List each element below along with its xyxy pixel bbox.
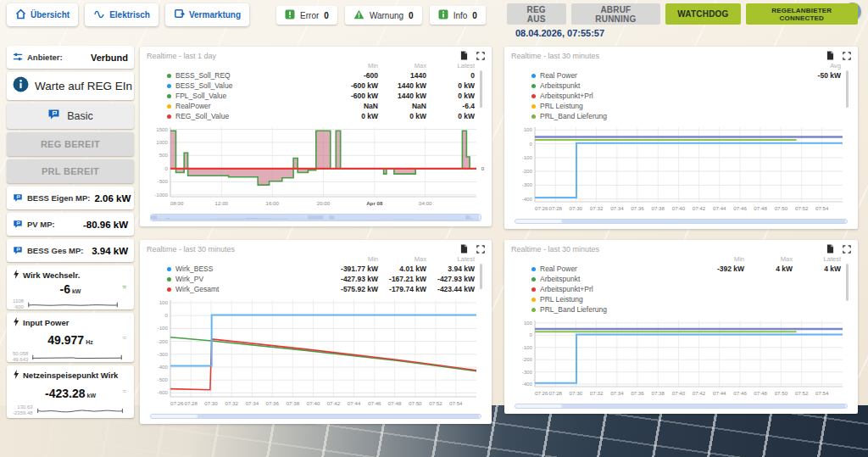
trend-icon: ≈ (123, 334, 126, 342)
legend-row[interactable]: REG_Soll_Value0 kW0 kW0 kW (167, 111, 475, 121)
export-icon[interactable] (826, 244, 834, 254)
svg-text:07:26: 07:26 (535, 205, 548, 211)
svg-text:07:30: 07:30 (570, 390, 583, 396)
svg-text:07:30: 07:30 (570, 205, 583, 211)
error-button[interactable]: Error 0 (276, 6, 337, 25)
chart-legend: Avg Real Power-50 kW Arbeitspunkt Arbeit… (511, 60, 851, 122)
time-range-slider[interactable] (150, 414, 481, 419)
svg-text:-500: -500 (158, 376, 169, 382)
line-chart[interactable]: 07:2607:2807:3007:3207:3407:3607:3807:40… (511, 316, 851, 398)
range-max: 130.63 (17, 404, 32, 410)
line-chart[interactable]: 07:2607:2807:3007:3207:3407:3607:3807:40… (147, 296, 485, 408)
series-dot (167, 104, 171, 109)
legend-row[interactable]: Wirk_Gesamt-575.92 kW-179.74 kW-423.44 k… (167, 284, 475, 294)
warnung-button[interactable]: Warnung 0 (345, 6, 422, 25)
svg-text:0: 0 (530, 332, 533, 337)
legend-scrollbar[interactable] (846, 70, 849, 108)
legend-row[interactable]: Arbeitspunkt (531, 274, 841, 284)
svg-text:07:44: 07:44 (713, 390, 726, 396)
svg-text:07:30: 07:30 (204, 400, 218, 406)
alarm-group: Error 0 Warnung 0 Info 0 (276, 6, 493, 25)
legend-row[interactable]: Real Power-392 kW4 kW4 kW (531, 264, 841, 274)
svg-text:07:42: 07:42 (693, 205, 706, 211)
time-range-slider[interactable] (150, 214, 481, 221)
watchdog-button[interactable]: WATCHDOG (665, 3, 740, 25)
chat-flag-icon (13, 191, 23, 206)
nav-uebersicht-button[interactable]: Übersicht (7, 3, 78, 26)
reg-aus-button[interactable]: REG AUS (507, 3, 566, 25)
prl-bereit-button[interactable]: PRL BEREIT (7, 159, 134, 183)
legend-row[interactable]: Arbeitspunkt+Prl (531, 284, 841, 294)
wirk-wechselr-gauge: Wirk Wechselr. -6kW ≈ 1108-600 (7, 265, 134, 309)
svg-text:07:28: 07:28 (549, 390, 563, 396)
svg-text:07:38: 07:38 (287, 400, 300, 406)
tune-icon[interactable] (13, 50, 23, 65)
status-column: REG AUS ABRUF RUNNING WATCHDOG REGELANBI… (507, 3, 863, 38)
svg-text:0: 0 (165, 312, 169, 318)
chart-title: Realtime - last 30 minutes (147, 245, 235, 254)
svg-text:1000: 1000 (156, 139, 168, 145)
svg-text:07:28: 07:28 (184, 400, 198, 406)
export-icon[interactable] (460, 244, 468, 254)
metric-value: -80.96 kW (83, 220, 128, 230)
abruf-running-button[interactable]: ABRUF RUNNING (571, 3, 661, 25)
time-range-slider[interactable] (515, 219, 848, 224)
nav-label: Elektrisch (109, 10, 150, 20)
fullscreen-icon[interactable] (843, 52, 851, 60)
regelanbieter-connected-button[interactable]: REGELANBIETER CONNECTED (746, 3, 858, 25)
legend-scrollbar[interactable] (480, 264, 482, 289)
info-button[interactable]: Info 0 (430, 6, 486, 25)
legend-row[interactable]: Wirk_PV-427.93 kW-167.21 kW-427.93 kW (167, 274, 475, 284)
alarm-label: Error (300, 11, 319, 20)
range-max: 1108 (13, 298, 24, 304)
legend-row[interactable]: Wirk_BESS-391.77 kW4.01 kW3.94 kW (167, 264, 475, 274)
legend-row[interactable]: PRL Leistung (531, 101, 841, 111)
legend-row[interactable]: BESS_Soll_REQ-60014400 (167, 70, 475, 81)
chat-flag-icon (13, 217, 23, 232)
mode-basic-button[interactable]: Basic (7, 103, 134, 129)
svg-text:-100: -100 (158, 325, 169, 331)
time-range-slider[interactable] (515, 404, 848, 409)
chart-panel-realtime-30min-bottom: Realtime - last 30 minutes MinMaxLatest … (504, 240, 858, 414)
chart-panel-realtime-30min-top: Realtime - last 30 minutes Avg Real Powe… (504, 47, 858, 229)
svg-text:07:48: 07:48 (754, 205, 767, 211)
legend-row[interactable]: PRL_Band Lieferung (531, 111, 841, 121)
sparkline (36, 406, 125, 415)
legend-row[interactable]: PRL Leistung (531, 294, 841, 304)
bess-ges-mp-card: BESS Ges MP: 3.94 kW (7, 239, 134, 262)
legend-scrollbar[interactable] (480, 70, 482, 108)
svg-text:07:48: 07:48 (754, 390, 767, 396)
step-area-chart[interactable]: 08:0012:0016:0020:00Apr 0804:00150010005… (147, 123, 485, 208)
fullscreen-icon[interactable] (476, 52, 485, 60)
reg-bereit-button[interactable]: REG BEREIT (7, 132, 134, 156)
chat-flag-icon (13, 243, 23, 259)
svg-text:07:36: 07:36 (631, 205, 644, 211)
market-board-icon (174, 8, 185, 21)
fullscreen-icon[interactable] (476, 245, 485, 254)
line-chart[interactable]: 07:2607:2807:3007:3207:3407:3607:3807:40… (511, 123, 851, 213)
series-dot (531, 277, 536, 281)
nav-elektrisch-button[interactable]: Elektrisch (85, 3, 159, 26)
legend-scrollbar[interactable] (846, 264, 849, 301)
fullscreen-icon[interactable] (843, 245, 851, 254)
svg-text:07:34: 07:34 (610, 390, 624, 396)
legend-row[interactable]: BESS_Soll_Value-600 kW1440 kW0 kW (167, 81, 475, 91)
legend-row[interactable]: Arbeitspunkt+Prl (531, 91, 841, 101)
sine-wave-icon (93, 9, 105, 21)
series-dot (531, 114, 536, 119)
legend-row[interactable]: FPL_Soll_Value-600 kW1440 kW0 kW (167, 91, 475, 101)
legend-row[interactable]: Arbeitspunkt (531, 81, 841, 91)
nav-vermarktung-button[interactable]: Vermarktung (165, 3, 249, 26)
alarm-label: Warnung (370, 11, 403, 20)
svg-text:07:32: 07:32 (590, 390, 604, 396)
legend-row[interactable]: RealPowerNaNNaN-6.4 (167, 101, 475, 111)
series-dot (167, 84, 171, 88)
nav-label: Übersicht (31, 10, 70, 20)
export-icon[interactable] (460, 51, 468, 60)
legend-row[interactable]: PRL_Band Lieferung (531, 304, 841, 315)
input-power-gauge: Input Power 49.977Hz ≈ 50.05849.643 (7, 313, 134, 362)
export-icon[interactable] (826, 51, 834, 60)
legend-row[interactable]: Real Power-50 kW (531, 70, 841, 81)
svg-text:Apr 08: Apr 08 (366, 200, 383, 206)
sidebar: Anbieter: Verbund Warte auf REG EIn Basi… (7, 46, 134, 418)
